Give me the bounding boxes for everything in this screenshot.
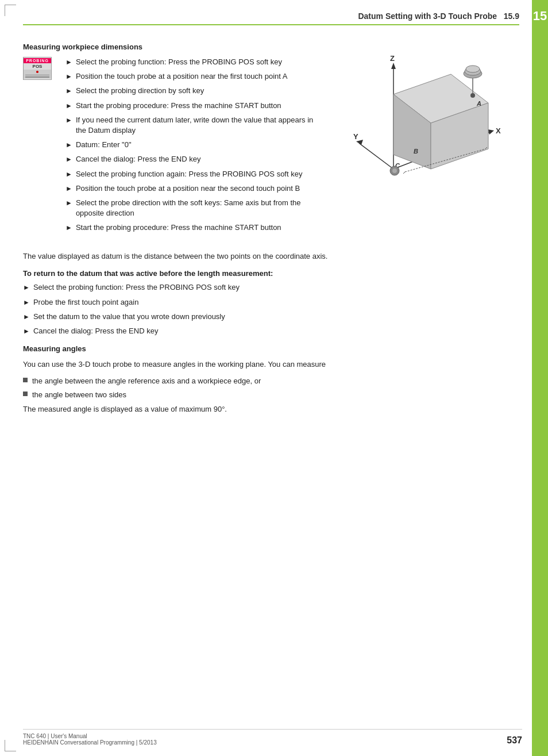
return-step-3: ► Set the datum to the value that you wr…	[23, 312, 519, 322]
step-4-text: Start the probing procedure: Press the m…	[76, 101, 281, 111]
probing-icon-line2	[25, 76, 49, 78]
measuring-steps-list: ► Select the probing function: Press the…	[65, 57, 322, 237]
svg-marker-4	[488, 129, 494, 135]
3d-illustration: Z X Y	[348, 48, 508, 186]
measuring-angles-intro: You can use the 3-D touch probe to measu…	[23, 359, 519, 370]
return-step-2-text: Probe the first touch point again	[33, 297, 139, 308]
probing-icon-line1	[25, 75, 49, 76]
step-1: ► Select the probing function: Press the…	[65, 57, 322, 67]
corner-mark-tl	[5, 5, 16, 16]
step-3: ► Select the probing direction by soft k…	[65, 86, 322, 96]
measuring-angles-outro: The measured angle is displayed as a val…	[23, 404, 519, 415]
return-step-3-text: Set the datum to the value that you wrot…	[33, 312, 225, 322]
return-arrow-2: ►	[23, 298, 30, 308]
probing-pos-icon: PROBING POS	[23, 57, 52, 80]
step-10: ► Select the probe direction with the so…	[65, 198, 322, 218]
svg-line-21	[403, 172, 405, 174]
step-10-text: Select the probe direction with the soft…	[76, 198, 322, 218]
svg-point-14	[466, 66, 480, 72]
probing-icon-lines	[24, 70, 51, 79]
step-6-text: Datum: Enter "0"	[76, 140, 132, 150]
return-arrow-3: ►	[23, 312, 30, 322]
return-datum-heading: To return to the datum that was active b…	[23, 268, 519, 279]
step-3-text: Select the probing direction by soft key	[76, 86, 204, 96]
chapter-number: 15	[533, 9, 547, 24]
svg-text:Z: Z	[390, 54, 395, 63]
step-9-text: Position the touch probe at a position n…	[76, 183, 300, 194]
step-6: ► Datum: Enter "0"	[65, 140, 322, 150]
step-2-text: Position the touch probe at a position n…	[76, 71, 288, 82]
footer-page-number: 537	[507, 735, 522, 746]
probing-icon-pos: POS	[24, 63, 51, 70]
angle-bullets-list: the angle between the angle reference ax…	[23, 376, 519, 400]
step-5-text: If you need the current datum later, wri…	[76, 115, 322, 136]
measuring-angles-heading: Measuring angles	[23, 344, 519, 353]
step-7-text: Cancel the dialog: Press the END key	[76, 154, 201, 164]
step-8-text: Select the probing function again: Press…	[76, 169, 303, 179]
return-step-1: ► Select the probing function: Press the…	[23, 282, 519, 293]
arrow-icon-11: ►	[65, 223, 72, 233]
footer-manual-title: TNC 640 | User's Manual	[23, 733, 157, 739]
right-column: Z X Y	[333, 43, 522, 241]
page-footer: TNC 640 | User's Manual HEIDENHAIN Conve…	[23, 729, 522, 746]
arrow-icon-7: ►	[65, 155, 72, 164]
angle-bullet-1: the angle between the angle reference ax…	[23, 376, 519, 386]
svg-text:Y: Y	[353, 132, 358, 141]
left-column: Measuring workpiece dimensions PROBING P…	[23, 43, 322, 241]
probing-icon-dot	[36, 71, 38, 73]
probing-icon-top: PROBING	[24, 58, 51, 63]
measuring-dimensions-heading: Measuring workpiece dimensions	[23, 43, 322, 51]
arrow-icon-3: ►	[65, 86, 72, 96]
corner-mark-bl	[5, 740, 16, 751]
return-arrow-4: ►	[23, 327, 30, 336]
svg-text:A: A	[476, 100, 481, 107]
step-1-text: Select the probing function: Press the P…	[76, 57, 282, 67]
svg-point-16	[470, 93, 475, 98]
main-content: Datum Setting with 3-D Touch Probe 15.9 …	[23, 0, 522, 444]
svg-line-6	[359, 143, 393, 169]
return-arrow-1: ►	[23, 283, 30, 293]
page-title: Datum Setting with 3-D Touch Probe	[358, 11, 497, 21]
svg-point-24	[392, 168, 397, 173]
chapter-sidebar: 15	[532, 0, 548, 756]
sq-bullet-2	[23, 392, 28, 396]
icon-with-first-step: PROBING POS ► Select the probing functio…	[23, 57, 322, 237]
angle-bullet-2: the angle between two sides	[23, 390, 519, 400]
footer-left: TNC 640 | User's Manual HEIDENHAIN Conve…	[23, 733, 157, 746]
arrow-icon-1: ►	[65, 57, 72, 67]
angle-bullet-2-text: the angle between two sides	[32, 390, 126, 400]
main-two-col: Measuring workpiece dimensions PROBING P…	[23, 43, 522, 241]
arrow-icon-6: ►	[65, 140, 72, 150]
step-2: ► Position the touch probe at a position…	[65, 71, 322, 82]
sq-bullet-1	[23, 378, 28, 382]
section-number: 15.9	[504, 11, 519, 21]
arrow-icon-2: ►	[65, 72, 72, 82]
svg-text:X: X	[496, 126, 501, 135]
arrow-icon-4: ►	[65, 101, 72, 111]
return-steps-list: ► Select the probing function: Press the…	[23, 282, 519, 336]
step-9: ► Position the touch probe at a position…	[65, 183, 322, 194]
footer-manual-edition: HEIDENHAIN Conversational Programming | …	[23, 739, 157, 746]
arrow-icon-10: ►	[65, 198, 72, 208]
step-11-text: Start the probing procedure: Press the m…	[76, 222, 281, 233]
svg-marker-1	[391, 63, 396, 69]
return-step-4-text: Cancel the dialog: Press the END key	[33, 326, 159, 336]
value-info-text: The value displayed as datum is the dist…	[23, 251, 519, 262]
arrow-icon-8: ►	[65, 170, 72, 179]
return-step-2: ► Probe the first touch point again	[23, 297, 519, 308]
step-8: ► Select the probing function again: Pre…	[65, 169, 322, 179]
step-11: ► Start the probing procedure: Press the…	[65, 222, 322, 233]
step-5: ► If you need the current datum later, w…	[65, 115, 322, 136]
angle-bullet-1-text: the angle between the angle reference ax…	[32, 376, 261, 386]
arrow-icon-9: ►	[65, 184, 72, 194]
arrow-icon-5: ►	[65, 116, 72, 125]
value-info-section: The value displayed as datum is the dist…	[23, 251, 519, 415]
return-step-1-text: Select the probing function: Press the P…	[33, 282, 240, 293]
return-step-4: ► Cancel the dialog: Press the END key	[23, 326, 519, 336]
step-4: ► Start the probing procedure: Press the…	[65, 101, 322, 111]
page-header: Datum Setting with 3-D Touch Probe 15.9	[23, 11, 519, 25]
svg-text:B: B	[414, 148, 418, 155]
step-7: ► Cancel the dialog: Press the END key	[65, 154, 322, 164]
